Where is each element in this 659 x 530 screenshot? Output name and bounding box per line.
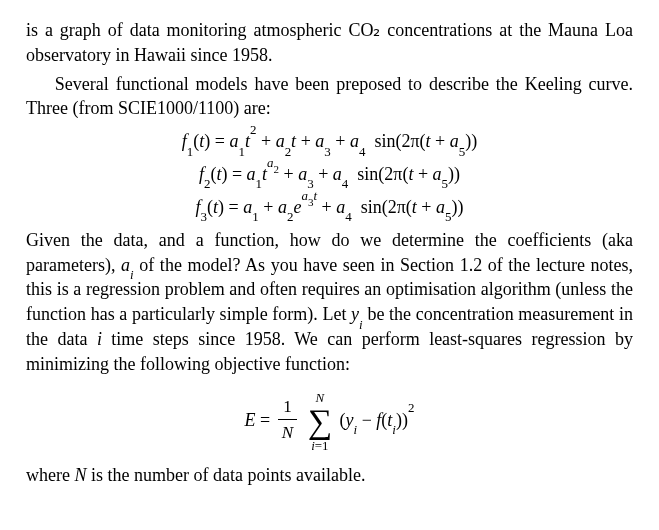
paragraph-N-note: where N is the number of data points ava… (26, 463, 633, 488)
equation-f1: f1(t) = a1t2 + a2t + a3 + a4 sin(2π(t + … (26, 129, 633, 154)
paragraph-coefficients: Given the data, and a function, how do w… (26, 228, 633, 377)
equation-f2: f2(t) = a1ta2 + a3 + a4 sin(2π(t + a5)) (26, 162, 633, 187)
paragraph-co2-intro: is a graph of data monitoring atmospheri… (26, 18, 633, 68)
equation-f3: f3(t) = a1 + a2ea3t + a4 sin(2π(t + a5)) (26, 195, 633, 220)
text: where (26, 465, 74, 485)
paragraph-models-intro: Several functional models have been prep… (26, 72, 633, 122)
text: is the number of data points available. (87, 465, 366, 485)
text: is a graph of data monitoring atmospheri… (26, 20, 633, 65)
equation-objective: E = 1 N N ∑ i=1 (yi − f(ti))2 (26, 387, 633, 457)
text: time steps since 1958. We can perform le… (26, 329, 633, 374)
text: Several functional models have been prep… (26, 74, 633, 119)
